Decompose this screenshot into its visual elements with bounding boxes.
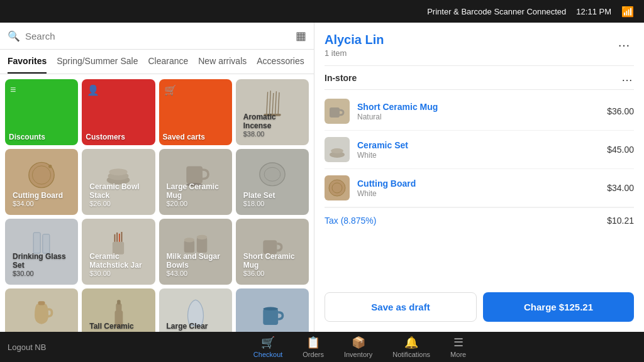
barcode-scanner-icon[interactable]: ▦ [296,29,306,43]
product-name: Cutting Board [13,191,70,200]
product-large-ceramic-mug[interactable]: Large Ceramic Mug $20.00 [159,149,232,215]
saved-carts-icon: 🛒 [164,84,177,96]
product-ceramic-bowl-stack[interactable]: Ceramic Bowl Stack $26.00 [82,149,155,215]
tab-spring-summer[interactable]: Spring/Summer Sale [57,50,138,74]
logout-button[interactable]: Logout NB [8,343,83,352]
customer-header: Alycia Lin 1 item … [325,33,634,58]
nav-items: 🛒 Checkout 📋 Orders 📦 Inventory 🔔 Notifi… [83,336,636,358]
search-icon: 🔍 [8,30,20,42]
item-info: Short Ceramic Mug Natural [357,102,607,121]
svg-line-2 [272,93,274,115]
tab-clearance[interactable]: Clearance [148,50,188,74]
order-items-list: Short Ceramic Mug Natural $36.00 Ceramic… [325,92,634,287]
product-name: Ceramic Matchstick Jar [89,252,147,270]
item-variant: Natural [357,112,607,121]
nav-notifications[interactable]: 🔔 Notifications [392,336,430,358]
item-thumbnail [325,175,350,200]
svg-line-0 [267,92,268,115]
tax-row: Tax (8.875%) $10.21 [325,207,634,233]
more-icon: ☰ [453,336,464,349]
item-price: $34.00 [607,183,634,193]
product-drinking-glass-set[interactable]: Drinking Glass Set $30.00 [5,219,78,285]
product-short-ceramic-mug-grid[interactable]: Short Ceramic Mug $36.00 [236,219,309,285]
product-name: Tall Ceramic Bottle [89,322,147,332]
product-name: Plate Set [243,191,301,200]
checkout-icon: 🛒 [261,336,275,349]
product-name: Customers [86,133,125,141]
product-discounts[interactable]: ≡ Discounts [5,79,78,145]
product-large-clear-vase[interactable]: Large Clear Vase $50.00 [159,288,232,332]
product-name: Large Clear Vase [167,322,225,332]
svg-line-3 [275,91,276,115]
product-price: $43.00 [167,270,225,277]
notifications-icon: 🔔 [404,336,418,349]
nav-notifications-label: Notifications [392,351,430,358]
main-layout: 🔍 ▦ Favorites Spring/Summer Sale Clearan… [0,23,644,332]
product-tall-ceramic-bottle[interactable]: Tall Ceramic Bottle $15.00 [82,288,155,332]
item-thumbnail [325,137,350,162]
charge-button[interactable]: Charge $125.21 [483,292,634,322]
nav-more[interactable]: ☰ More [450,336,466,358]
customer-name[interactable]: Alycia Lin [325,33,384,47]
svg-point-24 [184,238,194,242]
order-item[interactable]: Cutting Board White $34.00 [325,169,634,207]
svg-point-37 [329,180,345,196]
item-name[interactable]: Short Ceramic Mug [357,102,607,112]
svg-rect-34 [330,107,340,118]
bottom-nav: Logout NB 🛒 Checkout 📋 Orders 📦 Inventor… [0,332,644,362]
product-beige-milk-jug[interactable]: Beige Milk Jug $48.00 [5,288,78,332]
nav-checkout-label: Checkout [253,351,282,358]
svg-rect-32 [263,309,278,325]
product-price: $34.00 [13,200,70,207]
item-name[interactable]: Cutting Board [357,178,607,189]
customer-item-count: 1 item [325,48,384,58]
product-ceramic-matchstick-jar[interactable]: Ceramic Matchstick Jar $30.00 [82,219,155,285]
product-enamel-cup[interactable]: Enamel Cup $10.00 [236,288,309,332]
item-variant: White [357,189,607,198]
product-aromatic-incense[interactable]: Aromatic Incense $38.00 [236,79,309,145]
order-item[interactable]: Ceramic Set White $45.00 [325,131,634,169]
tab-new-arrivals[interactable]: New arrivals [198,50,247,74]
save-draft-button[interactable]: Save as draft [325,292,477,322]
order-item[interactable]: Short Ceramic Mug Natural $36.00 [325,92,634,131]
svg-rect-25 [196,237,206,253]
product-price: $18.00 [243,200,301,207]
nav-inventory[interactable]: 📦 Inventory [344,336,372,358]
svg-line-4 [278,92,279,115]
svg-rect-28 [38,301,45,305]
product-milk-sugar-bowls[interactable]: Milk and Sugar Bowls $43.00 [159,219,232,285]
svg-rect-31 [118,300,121,304]
product-name: Discounts [9,133,45,141]
nav-orders[interactable]: 📋 Orders [303,336,324,358]
svg-rect-12 [186,167,203,184]
product-name: Enamel Cup [243,331,301,332]
connection-status: Printer & Barcode Scanner Connected [427,7,566,16]
item-price: $45.00 [607,145,634,155]
section-more-button[interactable]: … [621,71,634,84]
product-customers[interactable]: 👤 Customers [82,79,155,145]
tab-favorites[interactable]: Favorites [8,50,47,74]
right-panel: Alycia Lin 1 item … In-store … Short Cer… [314,23,644,332]
product-price: $30.00 [13,270,70,277]
search-bar: 🔍 ▦ [0,23,314,50]
section-header: In-store … [325,65,634,90]
svg-point-33 [263,307,278,311]
nav-orders-label: Orders [303,351,324,358]
item-name[interactable]: Ceramic Set [357,140,607,150]
product-name: Short Ceramic Mug [243,252,301,270]
search-input[interactable] [25,31,291,41]
product-plate-set[interactable]: Plate Set $18.00 [236,149,309,215]
product-cutting-board[interactable]: Cutting Board $34.00 [5,149,78,215]
section-title: In-store [325,73,357,83]
tab-bar: Favorites Spring/Summer Sale Clearance N… [0,50,314,74]
svg-point-14 [260,163,285,186]
product-saved-carts[interactable]: 🛒 Saved carts [159,79,232,145]
svg-point-8 [48,165,52,168]
product-price: $36.00 [243,270,301,277]
tab-accessories[interactable]: Accessories [257,50,304,74]
action-buttons: Save as draft Charge $125.21 [325,292,634,322]
tax-amount: $10.21 [607,216,634,226]
nav-checkout[interactable]: 🛒 Checkout [253,336,282,358]
customer-more-button[interactable]: … [615,33,634,52]
nav-more-label: More [450,351,466,358]
